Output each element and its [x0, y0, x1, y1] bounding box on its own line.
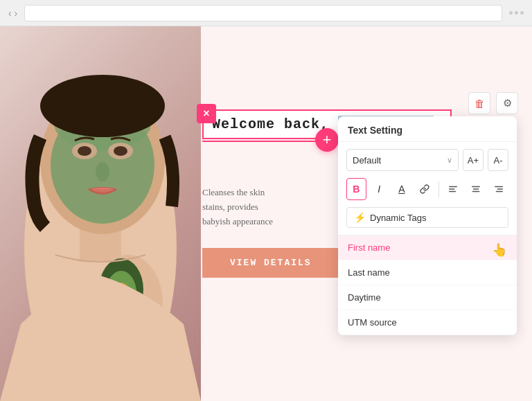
chevron-down-icon: ∨	[447, 156, 452, 165]
dropdown-panel: First name 👆 Last name Daytime UTM sourc…	[338, 235, 517, 335]
dynamic-tags-button[interactable]: ⚡ Dynamic Tags	[346, 207, 508, 228]
browser-dots	[509, 11, 524, 15]
font-size-decrease-button[interactable]: A-	[488, 149, 508, 171]
text-setting-panel: Text Setting Default ∨ A+ A- B I A	[338, 116, 517, 335]
svg-point-8	[114, 146, 127, 156]
panel-title: Text Setting	[338, 116, 517, 142]
svg-point-7	[78, 146, 91, 156]
description-line-2: stains, provides	[202, 200, 273, 215]
align-center-button[interactable]	[466, 178, 486, 200]
trash-icon: 🗑	[475, 98, 485, 109]
dropdown-item-utmsource[interactable]: UTM source	[338, 310, 517, 335]
bold-button[interactable]: B	[346, 178, 366, 200]
font-size-increase-button[interactable]: A+	[463, 149, 484, 171]
svg-point-9	[96, 162, 109, 181]
lightning-icon: ⚡	[354, 212, 366, 223]
underline-button[interactable]: A	[391, 178, 411, 200]
dropdown-item-lastname[interactable]: Last name	[338, 260, 517, 285]
dynamic-tags-label: Dynamic Tags	[370, 213, 426, 223]
link-button[interactable]	[414, 178, 434, 200]
gear-icon: ⚙	[503, 97, 512, 109]
view-details-button[interactable]: VIEW DETAILS	[202, 248, 339, 278]
gear-icon-button[interactable]: ⚙	[496, 92, 518, 114]
trash-icon-button[interactable]: 🗑	[468, 92, 490, 114]
description-line-3: babyish appearance	[202, 215, 273, 229]
svg-point-10	[40, 75, 165, 137]
add-element-button[interactable]: +	[315, 128, 339, 152]
align-left-button[interactable]	[443, 178, 463, 200]
font-row: Default ∨ A+ A-	[346, 149, 508, 171]
main-content: 🗑 ⚙ × Welcome back, FIRST NAME + Cleanse…	[0, 26, 532, 401]
address-bar[interactable]	[24, 5, 502, 21]
close-button[interactable]: ×	[197, 104, 216, 123]
dropdown-item-daytime[interactable]: Daytime	[338, 285, 517, 310]
browser-dot-1	[509, 11, 513, 15]
format-divider	[438, 181, 439, 197]
italic-button[interactable]: I	[369, 178, 389, 200]
toolbar-icons: 🗑 ⚙	[468, 92, 518, 114]
dropdown-item-firstname[interactable]: First name 👆	[338, 235, 517, 260]
background-image	[0, 26, 201, 401]
description-text: Cleanses the skin stains, provides babyi…	[202, 186, 273, 229]
align-right-button[interactable]	[488, 178, 508, 200]
browser-chrome: ‹ ›	[0, 0, 532, 26]
format-row: B I A	[346, 178, 508, 200]
description-line-1: Cleanses the skin	[202, 186, 273, 200]
font-select[interactable]: Default ∨	[346, 149, 459, 171]
browser-dot-3	[520, 11, 524, 15]
cursor-hand-icon: 👆	[492, 242, 507, 258]
browser-dot-2	[515, 11, 518, 15]
model-svg	[0, 26, 201, 401]
welcome-text-before: Welcome back,	[212, 116, 329, 132]
font-select-value: Default	[353, 155, 381, 166]
panel-body: Default ∨ A+ A- B I A	[338, 142, 517, 235]
nav-arrows[interactable]: ‹ ›	[8, 8, 17, 19]
